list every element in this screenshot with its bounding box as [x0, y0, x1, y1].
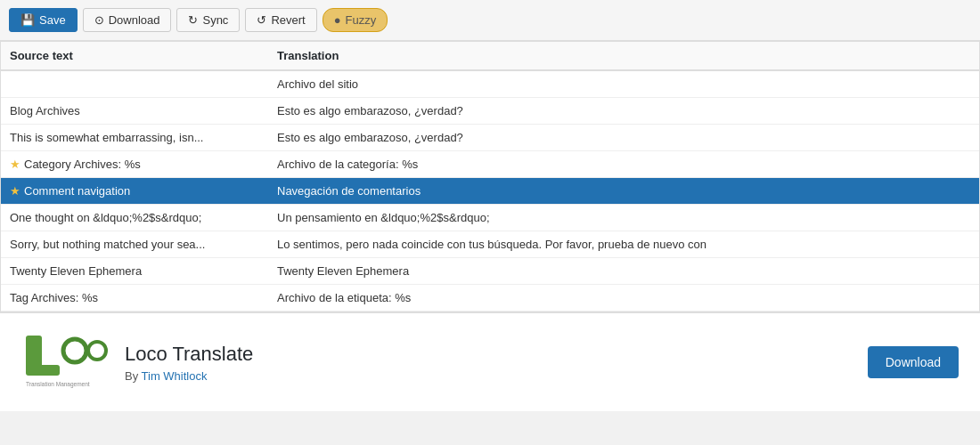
author-link[interactable]: Tim Whitlock [142, 369, 208, 383]
translation-cell: Lo sentimos, pero nada coincide con tus … [268, 231, 979, 258]
by-label: By [125, 369, 138, 383]
sync-label: Sync [202, 13, 228, 27]
plugin-name: Loco Translate [125, 343, 253, 366]
plugin-text: Loco Translate By Tim Whitlock [125, 343, 253, 383]
source-cell [1, 70, 268, 98]
bottom-section: Translation Management Loco Translate By… [0, 312, 980, 411]
translation-cell: Archivo de la categoría: %s [268, 151, 979, 178]
revert-button[interactable]: ↺ Revert [245, 8, 316, 32]
svg-text:Translation Management: Translation Management [26, 381, 90, 388]
download-button[interactable]: ⊙ Download [83, 8, 172, 32]
table-row[interactable]: Tag Archives: %sArchivo de la etiqueta: … [1, 285, 979, 312]
translation-table: Source text Translation Archivo del siti… [0, 41, 980, 312]
source-cell: Twenty Eleven Ephemera [1, 258, 268, 285]
fuzzy-button[interactable]: ● Fuzzy [323, 8, 388, 32]
table-row[interactable]: Twenty Eleven EphemeraTwenty Eleven Ephe… [1, 258, 979, 285]
translation-cell: Esto es algo embarazoso, ¿verdad? [268, 98, 979, 125]
fuzzy-dot: ● [334, 13, 341, 27]
source-column-header: Source text [1, 42, 268, 70]
save-label: Save [39, 13, 66, 27]
translation-cell: Archivo de la etiqueta: %s [268, 285, 979, 312]
translation-cell: Navegación de comentarios [268, 178, 979, 205]
translation-cell: Twenty Eleven Ephemera [268, 258, 979, 285]
source-cell: Blog Archives [1, 98, 268, 125]
table-row[interactable]: ★Category Archives: %sArchivo de la cate… [1, 151, 979, 178]
svg-rect-1 [26, 365, 60, 376]
by-line: By Tim Whitlock [125, 369, 253, 383]
sync-button[interactable]: ↻ Sync [176, 8, 240, 32]
source-cell: ★Category Archives: %s [1, 151, 268, 178]
source-cell: One thought on &ldquo;%2$s&rdquo; [1, 205, 268, 231]
table-row[interactable]: ★Comment navigationNavegación de comenta… [1, 178, 979, 205]
translation-cell: Esto es algo embarazoso, ¿verdad? [268, 125, 979, 151]
plugin-download-button[interactable]: Download [868, 346, 959, 378]
revert-label: Revert [271, 13, 305, 27]
fuzzy-label: Fuzzy [346, 13, 377, 27]
star-icon: ★ [10, 158, 20, 171]
translation-cell: Un pensamiento en &ldquo;%2$s&rdquo; [268, 205, 979, 231]
save-button[interactable]: 💾 Save [9, 8, 78, 32]
table-row[interactable]: One thought on &ldquo;%2$s&rdquo;Un pens… [1, 205, 979, 231]
source-cell: ★Comment navigation [1, 178, 268, 205]
table-row[interactable]: Archivo del sitio [1, 70, 979, 98]
translation-cell: Archivo del sitio [268, 70, 979, 98]
table-row[interactable]: Sorry, but nothing matched your sea...Lo… [1, 231, 979, 258]
plugin-info: Translation Management Loco Translate By… [21, 331, 253, 393]
svg-point-2 [63, 339, 86, 362]
source-cell: Sorry, but nothing matched your sea... [1, 231, 268, 258]
table-row[interactable]: Blog ArchivesEsto es algo embarazoso, ¿v… [1, 98, 979, 125]
star-icon: ★ [10, 184, 20, 198]
source-cell: Tag Archives: %s [1, 285, 268, 312]
sync-icon: ↻ [188, 13, 198, 27]
translation-column-header: Translation [268, 42, 979, 70]
revert-icon: ↺ [257, 13, 266, 27]
download-label: Download [109, 13, 160, 27]
source-cell: This is somewhat embarrassing, isn... [1, 125, 268, 151]
table-body: Archivo del sitioBlog ArchivesEsto es al… [1, 70, 979, 312]
toolbar: 💾 Save ⊙ Download ↻ Sync ↺ Revert ● Fuzz… [0, 0, 980, 41]
svg-point-3 [88, 342, 106, 360]
download-icon: ⊙ [94, 13, 104, 27]
loco-logo: Translation Management [21, 331, 110, 393]
save-icon: 💾 [20, 13, 35, 27]
table-header: Source text Translation [1, 42, 979, 70]
table-row[interactable]: This is somewhat embarrassing, isn...Est… [1, 125, 979, 151]
